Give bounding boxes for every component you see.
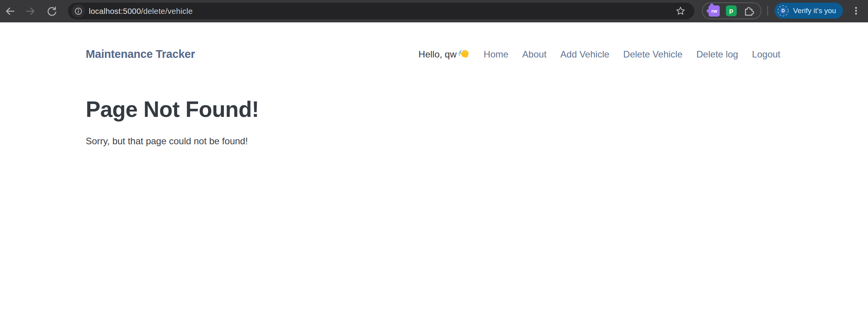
- main-content: Page Not Found! Sorry, but that page cou…: [86, 97, 868, 147]
- browser-menu-button[interactable]: [849, 4, 863, 17]
- nav-links: Hello, qw: [419, 48, 780, 60]
- nav-about[interactable]: About: [522, 49, 547, 60]
- greeting-text: Hello, qw: [419, 49, 457, 60]
- forward-icon: [25, 5, 36, 17]
- svg-text:D: D: [782, 8, 785, 14]
- toolbar-separator: [767, 6, 768, 16]
- browser-toolbar: localhost:5000/delete/vehicle rw p: [0, 0, 868, 22]
- reload-button[interactable]: [45, 4, 59, 18]
- nav-logout[interactable]: Logout: [752, 49, 780, 60]
- extensions-pill: rw p: [702, 2, 761, 19]
- page-title: Page Not Found!: [86, 97, 868, 122]
- user-greeting: Hello, qw: [419, 48, 470, 60]
- reload-icon: [46, 5, 58, 17]
- nav-add-vehicle[interactable]: Add Vehicle: [560, 49, 609, 60]
- verify-label: Verify it's you: [793, 7, 836, 15]
- url-path: /delete/vehicle: [141, 7, 193, 16]
- puzzle-icon: [743, 5, 754, 16]
- back-button[interactable]: [3, 4, 17, 18]
- not-found-message: Sorry, but that page could not be found!: [86, 136, 868, 147]
- verify-button[interactable]: D Verify it's you: [775, 3, 843, 19]
- extensions-menu-button[interactable]: [743, 5, 755, 17]
- url-text: localhost:5000/delete/vehicle: [89, 3, 193, 19]
- green-extension-icon[interactable]: p: [726, 5, 737, 16]
- green-extension-label: p: [729, 7, 733, 15]
- rw-extension-icon[interactable]: rw: [709, 5, 720, 17]
- back-icon: [4, 5, 16, 17]
- url-host: localhost:5000: [89, 7, 141, 16]
- kebab-menu-icon: [851, 6, 861, 16]
- star-icon: [675, 6, 686, 16]
- nav-delete-vehicle[interactable]: Delete Vehicle: [623, 49, 682, 60]
- address-bar[interactable]: localhost:5000/delete/vehicle: [68, 3, 694, 19]
- page-body: Maintenance Tracker Hello, qw: [0, 22, 868, 336]
- brand-link[interactable]: Maintenance Tracker: [86, 48, 195, 61]
- nav-home[interactable]: Home: [484, 49, 509, 60]
- bookmark-button[interactable]: [674, 4, 687, 18]
- profile-avatar: D: [777, 5, 789, 17]
- site-info-button[interactable]: [71, 4, 85, 18]
- waving-hand-emoji: [458, 48, 470, 60]
- rw-extension-label: rw: [711, 8, 717, 14]
- site-info-icon: [74, 7, 83, 15]
- forward-button[interactable]: [24, 4, 37, 18]
- nav-delete-log[interactable]: Delete log: [697, 49, 738, 60]
- site-navbar: Maintenance Tracker Hello, qw: [86, 22, 780, 61]
